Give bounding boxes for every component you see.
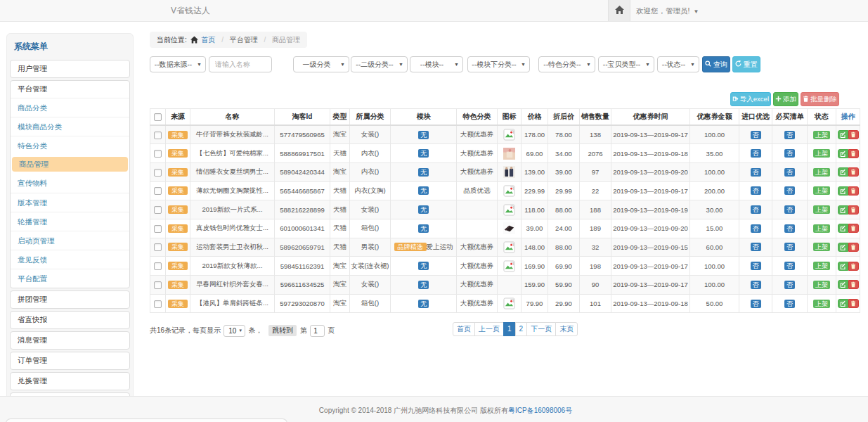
name-search-input[interactable] [209,56,272,72]
delete-button[interactable] [848,167,859,177]
page-item[interactable]: 上一页 [475,322,504,336]
sidebar-submenu-link[interactable]: 轮播管理 [11,212,129,231]
sidebar-submenu-item[interactable]: 商品分类 [11,98,129,117]
page-link[interactable]: 上一页 [474,322,504,336]
status-badge[interactable]: 上架 [813,168,830,177]
import-excel-button[interactable]: 导入excel [730,92,771,106]
sidebar-submenu-item[interactable]: 模块商品分类 [11,117,129,136]
import-pref-badge[interactable]: 否 [751,300,761,308]
sidebar-submenu-item[interactable]: 启动页管理 [11,231,129,250]
delete-button[interactable] [848,243,859,252]
sidebar-submenu-link[interactable]: 平台配置 [11,269,129,288]
import-pref-badge[interactable]: 否 [751,149,761,158]
row-checkbox[interactable] [154,206,162,214]
icp-link[interactable]: 粤ICP备16098006号 [508,407,572,414]
edit-button[interactable] [838,130,848,139]
sidebar-submenu-item[interactable]: 版本管理 [11,193,129,212]
page-item[interactable]: 2 [516,322,528,336]
page-link[interactable]: 首页 [453,322,475,336]
import-pref-badge[interactable]: 否 [751,131,761,139]
add-button[interactable]: 添加 [773,92,798,106]
import-pref-badge[interactable]: 否 [751,224,761,233]
sidebar-menu-item[interactable]: 兑换管理 [11,373,129,390]
status-badge[interactable]: 上架 [813,262,830,270]
sidebar-submenu-item[interactable]: 宣传物料 [11,174,129,193]
sidebar-submenu-item[interactable]: 平台配置 [11,269,129,288]
page-item[interactable]: 首页 [453,322,475,336]
must-buy-badge[interactable]: 否 [784,243,795,251]
row-checkbox[interactable] [154,225,162,233]
sidebar-submenu-link[interactable]: 意见反馈 [11,250,129,269]
status-badge[interactable]: 上架 [813,281,830,289]
data-source-select[interactable]: --数据来源--▼ [150,56,206,72]
edit-button[interactable] [838,149,848,158]
status-badge[interactable]: 上架 [813,186,830,195]
delete-button[interactable] [848,130,859,139]
edit-button[interactable] [838,205,848,215]
page-link[interactable]: 2 [515,322,528,336]
module-sub-select[interactable]: --模块下分类--▼ [467,56,530,72]
row-checkbox[interactable] [154,169,162,177]
edit-button[interactable] [838,299,848,308]
edit-button[interactable] [838,167,848,177]
edit-button[interactable] [838,262,848,271]
sidebar-menu-item[interactable]: 平台管理 [11,81,129,98]
reset-button[interactable]: 重置 [732,56,760,72]
page-item[interactable]: 末页 [556,322,578,336]
feature-category-select[interactable]: --特色分类--▼ [538,56,595,72]
edit-button[interactable] [838,224,848,233]
page-link[interactable]: 下一页 [526,322,556,336]
sidebar-submenu-link[interactable]: 启动页管理 [11,231,129,250]
row-checkbox[interactable] [154,300,162,308]
import-pref-badge[interactable]: 否 [751,168,761,177]
status-badge[interactable]: 上架 [813,131,830,139]
user-dropdown[interactable]: 欢迎您，管理员!▼ [636,0,699,21]
must-buy-badge[interactable]: 否 [784,205,795,214]
must-buy-badge[interactable]: 否 [784,149,795,158]
jump-button[interactable]: 跳转到 [268,325,297,336]
page-link[interactable]: 末页 [555,322,578,336]
batch-delete-button[interactable]: 批量删除 [801,92,839,106]
search-button[interactable]: 查询 [702,56,730,72]
sidebar-submenu-item[interactable]: 意见反馈 [11,250,129,269]
row-checkbox[interactable] [154,243,162,251]
status-badge[interactable]: 上架 [813,224,830,233]
import-pref-badge[interactable]: 否 [751,186,761,195]
row-checkbox[interactable] [154,132,162,139]
must-buy-badge[interactable]: 否 [784,131,795,139]
page-item[interactable]: 1 [504,322,516,336]
row-checkbox[interactable] [154,281,162,289]
sidebar-menu-item[interactable]: 省直快报 [11,312,129,328]
must-buy-badge[interactable]: 否 [784,168,795,177]
level1-category-select[interactable]: 一级分类▼ [293,56,349,72]
delete-button[interactable] [848,280,859,289]
must-buy-badge[interactable]: 否 [784,262,795,270]
sidebar-submenu-link[interactable]: 宣传物料 [11,174,129,192]
select-all-checkbox[interactable] [154,113,162,121]
page-link[interactable]: 1 [503,322,516,336]
delete-button[interactable] [848,186,859,196]
jump-page-input[interactable] [310,325,325,337]
delete-button[interactable] [848,224,859,233]
edit-button[interactable] [838,280,848,289]
sidebar-submenu-link[interactable]: 版本管理 [11,193,129,212]
sidebar-menu-item[interactable]: 订单管理 [11,352,129,369]
sidebar-submenu-item[interactable]: 商品管理 [12,157,128,172]
import-pref-badge[interactable]: 否 [751,281,761,289]
row-checkbox[interactable] [154,150,162,158]
sidebar-menu-item[interactable]: 用户管理 [11,60,129,77]
import-pref-badge[interactable]: 否 [751,243,761,251]
status-select[interactable]: --状态--▼ [657,56,699,72]
must-buy-badge[interactable]: 否 [784,281,795,289]
status-badge[interactable]: 上架 [813,149,830,158]
module-select[interactable]: --模块--▼ [410,56,463,72]
status-badge[interactable]: 上架 [813,243,830,251]
sidebar-submenu-link[interactable]: 模块商品分类 [11,117,129,136]
delete-button[interactable] [848,205,859,215]
status-badge[interactable]: 上架 [813,300,830,308]
edit-button[interactable] [838,186,848,196]
page-item[interactable]: 下一页 [527,322,556,336]
sidebar-menu-item[interactable]: 拼团管理 [11,291,129,308]
import-pref-badge[interactable]: 否 [751,205,761,214]
delete-button[interactable] [848,149,859,158]
